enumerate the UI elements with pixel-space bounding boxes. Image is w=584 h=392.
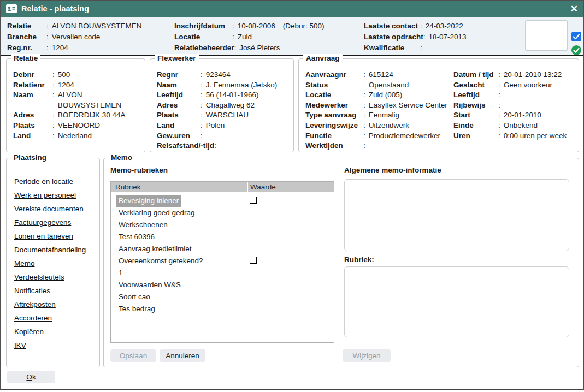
checkbox[interactable] bbox=[250, 257, 257, 264]
info-row: Type aanvraag:Eenmalig bbox=[305, 110, 447, 121]
checkbox[interactable] bbox=[250, 197, 257, 204]
info-row: Naam:J. Fennemaa (Jetsko) bbox=[157, 80, 293, 91]
nav-link-aftrekposten[interactable]: Aftrekposten bbox=[14, 298, 99, 311]
laatste-contact-value: 24-03-2022 bbox=[426, 21, 463, 32]
contact-card-icon bbox=[6, 4, 17, 13]
info-row: Geslacht:Geen voorkeur bbox=[453, 80, 567, 91]
info-row: Rijbewijs: bbox=[453, 100, 567, 111]
inschrijfdatum-value: 10-08-2006 bbox=[238, 21, 275, 32]
column-header-waarde: Waarde bbox=[247, 182, 334, 192]
info-row: Relatienr:1204 bbox=[13, 80, 145, 91]
table-row[interactable]: 1 bbox=[111, 267, 334, 279]
nav-link-vereiste-documenten[interactable]: Vereiste documenten bbox=[14, 202, 99, 216]
summary-col-laatste: Laatste contact:24-03-2022 Laatste opdra… bbox=[364, 21, 467, 54]
flexwerker-legend: Flexwerker bbox=[155, 54, 199, 62]
info-row: Land:Polen bbox=[157, 121, 293, 131]
table-header: Rubriek Waarde bbox=[111, 182, 334, 192]
photo-placeholder bbox=[525, 20, 568, 51]
table-row[interactable]: Aanvraag kredietlimiet bbox=[111, 243, 334, 255]
relatie-plaatsing-window: Relatie - plaatsing ✕ Relatie:ALVON BOUW… bbox=[0, 0, 584, 390]
relatie-value: ALVON BOUWSYSTEMEN bbox=[52, 21, 142, 32]
summary-row: Laatste contact:24-03-2022 bbox=[364, 21, 467, 32]
table-row[interactable]: Voorwaarden W&S bbox=[111, 279, 334, 291]
table-body: Bevesiging inlener Verklaring goed gedra… bbox=[111, 192, 334, 315]
info-row: Aanvraagnr:615124 bbox=[305, 70, 447, 80]
nav-link-periode-en-locatie[interactable]: Periode en locatie bbox=[14, 175, 99, 188]
column-header-rubriek: Rubriek bbox=[111, 182, 247, 192]
info-row: Start:20-01-2010 bbox=[453, 110, 567, 121]
info-row: Uren:0:00 uren per week bbox=[453, 131, 567, 141]
blue-checkbox-icon[interactable] bbox=[571, 32, 581, 43]
info-row: Regnr:923464 bbox=[157, 70, 293, 80]
info-row: Status:Openstaand bbox=[305, 80, 447, 91]
nav-link-werk-en-personeel[interactable]: Werk en personeel bbox=[14, 188, 99, 202]
algemene-memo-textarea[interactable] bbox=[344, 179, 569, 251]
info-row: Adres:Chagallweg 62 bbox=[157, 100, 293, 111]
nav-link-factuurgegevens[interactable]: Factuurgegevens bbox=[14, 216, 99, 229]
ok-button[interactable]: Ok bbox=[7, 371, 55, 383]
info-row: Functie:Productiemedewerker bbox=[305, 131, 447, 141]
nav-link-documentafhandeling[interactable]: Documentafhandeling bbox=[14, 243, 99, 257]
opslaan-button[interactable]: Opslaan bbox=[110, 349, 156, 362]
table-row[interactable]: Soort cao bbox=[111, 291, 334, 303]
info-row: Einde:Onbekend bbox=[453, 121, 567, 131]
info-row: Leveringswijze:Uitzendwerk bbox=[305, 121, 447, 131]
aanvraag-left-rows: Aanvraagnr:615124 Status:Openstaand Loca… bbox=[305, 70, 447, 151]
nav-link-notificaties[interactable]: Notificaties bbox=[14, 284, 99, 298]
summary-row: Laatste opdracht:18-07-2013 bbox=[364, 32, 467, 43]
info-row: Leeftijd:56 (14-01-1966) bbox=[157, 90, 293, 100]
branche-value: Vervallen code bbox=[52, 32, 101, 43]
summary-row: Relatie:ALVON BOUWSYSTEMEN bbox=[7, 21, 142, 32]
nav-link-verdeelsleutels[interactable]: Verdeelsleutels bbox=[14, 270, 99, 284]
memo-fieldset: Memo Memo-rubrieken Rubriek Waarde Beves… bbox=[103, 158, 579, 367]
relatie-legend: Relatie bbox=[11, 54, 40, 62]
aanvraag-fieldset: Aanvraag Aanvraagnr:615124 Status:Openst… bbox=[298, 58, 579, 152]
summary-row: Relatiebeheerder:José Pieters bbox=[174, 43, 325, 54]
nav-link-memo[interactable]: Memo bbox=[14, 257, 99, 270]
info-row: Plaats:WARSCHAU bbox=[157, 110, 293, 121]
nav-link-ikv[interactable]: IKV bbox=[14, 338, 99, 352]
status-icons bbox=[571, 32, 581, 57]
relatiebeheerder-value: José Pieters bbox=[239, 43, 280, 54]
rubriek-textarea[interactable] bbox=[344, 266, 569, 337]
info-row: Land:Nederland bbox=[13, 131, 145, 141]
info-row: Plaats:VEENOORD bbox=[13, 121, 145, 131]
table-row[interactable]: Werkschoenen bbox=[111, 219, 334, 231]
table-row[interactable]: Verklaring goed gedrag bbox=[111, 207, 334, 219]
close-icon[interactable]: ✕ bbox=[570, 4, 578, 14]
green-check-icon[interactable] bbox=[571, 45, 581, 57]
locatie-value: Zuid bbox=[238, 32, 252, 43]
rubriek-label: Rubriek: bbox=[344, 256, 374, 264]
nav-link-accorderen[interactable]: Accorderen bbox=[14, 311, 99, 325]
plaatsing-legend: Plaatsing bbox=[11, 153, 49, 162]
relatie-fieldset: Relatie Debnr:500 Relatienr:1204 Naam:AL… bbox=[6, 58, 145, 152]
nav-link-lonen-en-tarieven[interactable]: Lonen en tarieven bbox=[14, 229, 99, 243]
table-row[interactable]: Bevesiging inlener bbox=[111, 195, 334, 207]
info-row: Werktijden: bbox=[305, 141, 447, 151]
laatste-opdracht-value: 18-07-2013 bbox=[429, 32, 467, 43]
table-row[interactable]: Overeenkomst getekend? bbox=[111, 255, 334, 267]
flexwerker-fieldset: Flexwerker Regnr:923464 Naam:J. Fennemaa… bbox=[150, 58, 294, 152]
flexwerker-rows: Regnr:923464 Naam:J. Fennemaa (Jetsko) L… bbox=[150, 59, 293, 151]
nav-link-kopieren[interactable]: Kopiëren bbox=[14, 325, 99, 338]
status-colon: : bbox=[363, 80, 365, 91]
table-row[interactable]: Tes bedrag bbox=[111, 303, 334, 315]
summary-row: Inschrijfdatum:10-08-2006(Debnr: 500) bbox=[174, 21, 325, 32]
aanvraag-right-rows: Datum / tijd:20-01-2010 13:22 Geslacht:G… bbox=[453, 70, 567, 141]
table-row[interactable]: Test 60396 bbox=[111, 231, 334, 243]
info-row: Locatie:Zuid (005) bbox=[305, 90, 447, 100]
titlebar: Relatie - plaatsing ✕ bbox=[1, 1, 583, 17]
summary-col-inschrijving: Inschrijfdatum:10-08-2006(Debnr: 500) Lo… bbox=[174, 21, 325, 54]
info-row: Gew.uren: bbox=[157, 131, 293, 141]
window-title: Relatie - plaatsing bbox=[21, 4, 89, 13]
info-row: Naam:ALVON BOUWSYSTEMEN bbox=[13, 90, 145, 110]
summary-row: Reg.nr.:1204 bbox=[7, 43, 142, 54]
info-row: Adres:BOEDRDIJK 30 44A bbox=[13, 110, 145, 121]
summary-col-relatie: Relatie:ALVON BOUWSYSTEMEN Branche:Verva… bbox=[7, 21, 142, 54]
summary-row: Kwalificatie: bbox=[364, 43, 467, 54]
info-row: Medewerker:Easyflex Service Center bbox=[305, 100, 447, 111]
aanvraag-legend: Aanvraag bbox=[303, 54, 343, 62]
info-row: Reisafstand/-tijd: bbox=[157, 141, 293, 151]
annuleren-button[interactable]: Annuleren bbox=[160, 349, 205, 362]
wijzigen-button[interactable]: Wijzigen bbox=[343, 349, 391, 362]
